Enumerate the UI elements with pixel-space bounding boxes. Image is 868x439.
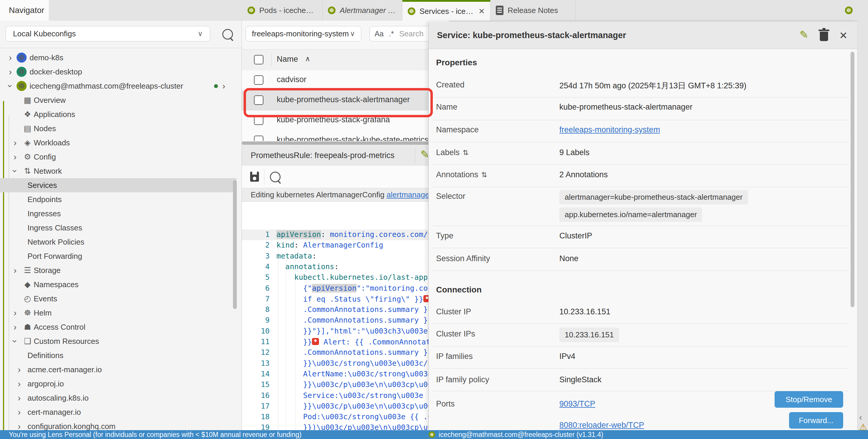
table-row-cadvisor[interactable]: cadvisor [242, 70, 449, 91]
sidebar-item-nodes[interactable]: ▤Nodes [0, 122, 237, 136]
code-line-8[interactable]: 8 .CommonAnnotations.summary }} [242, 305, 449, 315]
chevron-right-icon[interactable]: › [13, 138, 17, 147]
tab-pods-icecheng-mathma[interactable]: ☸Pods - icecheng@mathmas... [242, 0, 322, 21]
sidebar-item-network[interactable]: ›⇅Network [0, 164, 237, 178]
code-line-12[interactable]: 12 .CommonAnnotations.summary }} [242, 347, 449, 358]
edit-pencil-icon[interactable] [421, 151, 429, 160]
row-checkbox[interactable] [254, 136, 264, 141]
sidebar-item-port-forwarding[interactable]: Port Forwarding [0, 249, 237, 263]
chevron-down-icon[interactable]: › [11, 340, 20, 343]
chevron-right-icon[interactable]: › [13, 323, 17, 332]
chevron-right-icon[interactable]: › [13, 266, 17, 275]
code-line-4[interactable]: 4 annotations: [242, 262, 449, 272]
code-line-3[interactable]: 3metadata: [242, 251, 449, 262]
sort-ascending-icon[interactable]: ∧ [305, 55, 310, 63]
code-line-9[interactable]: 9 .CommonAnnotations.summary }} [242, 315, 449, 326]
yaml-editor[interactable]: 1apiVersion: monitoring.coreos.com/v12ki… [242, 202, 449, 430]
port-link[interactable]: 9093/TCP [559, 399, 595, 408]
tab-alertmanager-configs[interactable]: ☸Alertmanager Configs - icec... [322, 0, 402, 21]
editor-search-icon[interactable] [270, 172, 281, 182]
code-line-1[interactable]: 1apiVersion: monitoring.coreos.com/v1 [242, 230, 449, 240]
sidebar-item-network-policies[interactable]: Network Policies [0, 235, 237, 249]
sidebar-item-icecheng-mathmast-com-freeleaps-cluster[interactable]: ›☸icecheng@mathmast.com@freeleaps-cluste… [0, 79, 237, 93]
row-checkbox[interactable] [254, 75, 264, 85]
tab-overflow[interactable]: ☸ [840, 0, 868, 21]
port-button-stop-remove[interactable]: Stop/Remove [775, 391, 843, 408]
sort-toggle-icon[interactable]: ⇅ [463, 148, 469, 157]
code-line-13[interactable]: 13 }}\u003c/strong\u003e\u003c/h3 [242, 358, 449, 369]
table-row-kube-prometheus-stack-kube-state-metrics[interactable]: kube-prometheus-stack-kube-state-metrics [242, 131, 449, 141]
sidebar-item-cert-manager-io[interactable]: ›cert-manager.io [0, 405, 237, 419]
chevron-right-icon[interactable]: › [18, 365, 21, 374]
code-line-2[interactable]: 2kind: AlertmanagerConfig [242, 240, 449, 251]
sidebar-item-overview[interactable]: ▦Overview [0, 93, 237, 107]
code-line-14[interactable]: 14 AlertName:\u003c/strong\u003e [242, 369, 449, 380]
sidebar-item-applications[interactable]: ❖Applications [0, 107, 237, 122]
sort-toggle-icon[interactable]: ⇅ [481, 171, 487, 179]
sidebar-item-acme-cert-manager-io[interactable]: ›acme.cert-manager.io [0, 363, 237, 377]
sidebar-item-configuration-konghq-com[interactable]: ›configuration.konghq.com [0, 419, 237, 430]
chevron-right-icon[interactable]: › [18, 408, 21, 416]
port-link[interactable]: 8080:reloader-web/TCP [559, 421, 644, 430]
save-icon[interactable] [250, 172, 259, 182]
search-icon[interactable] [222, 29, 233, 40]
port-button-forward[interactable]: Forward... [789, 412, 843, 429]
chevron-right-icon[interactable]: › [18, 422, 21, 430]
alertmanagerconfig-link[interactable]: alertmanager [387, 190, 432, 199]
sidebar-item-demo-k8s[interactable]: ›☸demo-k8s [0, 50, 237, 65]
regex-icon[interactable]: .* [389, 30, 394, 38]
sidebar-item-custom-resources[interactable]: ›❑Custom Resources [0, 334, 237, 348]
sidebar-item-config[interactable]: ›⚙Config [0, 150, 237, 164]
drawer-scrollbar[interactable] [850, 52, 855, 307]
chevron-right-icon[interactable]: › [18, 394, 21, 402]
code-line-18[interactable]: 18 Pod:\u003c/strong\u003e {{ .Co [242, 412, 449, 423]
chevron-left-icon[interactable]: ‹ [859, 412, 862, 422]
match-case-icon[interactable]: Aa [375, 30, 384, 38]
code-line-11[interactable]: 11 }} Alert: {{ .CommonAnnotati [242, 337, 449, 347]
sidebar-item-storage[interactable]: ›☰Storage [0, 263, 237, 277]
sidebar-item-autoscaling-k8s-io[interactable]: ›autoscaling.k8s.io [0, 391, 237, 405]
chevron-right-icon[interactable]: › [13, 308, 17, 317]
chevron-down-icon[interactable]: › [6, 85, 15, 88]
column-header-name[interactable]: Name [277, 55, 298, 64]
chevron-down-icon[interactable]: › [11, 170, 20, 172]
code-line-19[interactable]: 19 }})\u003c/p\u003e\n\u003cp\u00 [242, 423, 449, 430]
sidebar-item-helm[interactable]: ›☸Helm [0, 306, 237, 320]
sidebar-item-workloads[interactable]: ›◈Workloads [0, 136, 237, 150]
select-all-checkbox[interactable] [254, 55, 264, 64]
code-line-17[interactable]: 17 }}\u003c/p\u003e\n\u003cp\u003 [242, 401, 449, 412]
code-line-6[interactable]: 6 {"apiVersion":"monitoring.core [242, 283, 449, 294]
code-line-7[interactable]: 7 if eq .Status \"firing\" }} [242, 294, 449, 305]
sidebar-scrollbar[interactable] [233, 180, 237, 309]
prometheusrule-dock-tab[interactable]: PrometheusRule: freepeals-prod-metrics [242, 145, 449, 166]
namespace-select[interactable]: freeleaps-monitoring-system ∨ [246, 26, 361, 41]
code-line-10[interactable]: 10 }}"}],"html":"\u003ch3\u003e\u [242, 326, 449, 337]
sidebar-item-ingress-classes[interactable]: Ingress Classes [0, 221, 237, 235]
tab-release-notes[interactable]: Release Notes [491, 0, 576, 21]
code-line-5[interactable]: 5 kubectl.kubernetes.io/last-appli [242, 272, 449, 283]
chevron-right-icon[interactable]: › [222, 81, 225, 91]
chevron-right-icon[interactable]: › [9, 67, 12, 76]
horizontal-scrollbar[interactable] [242, 141, 449, 145]
close-icon[interactable]: ✕ [839, 30, 848, 41]
sidebar-item-events[interactable]: ◴Events [0, 292, 237, 306]
sidebar-item-argoproj-io[interactable]: ›argoproj.io [0, 377, 237, 391]
chevron-right-icon[interactable]: › [13, 153, 17, 161]
sidebar-item-definitions[interactable]: Definitions [0, 348, 237, 363]
edit-service-icon[interactable] [800, 31, 809, 40]
code-line-16[interactable]: 16 Service:\u003c/strong\u003e { [242, 391, 449, 401]
code-line-15[interactable]: 15 }}\u003c/p\u003e\n\u003cp\u003 [242, 380, 449, 390]
namespace-link[interactable]: freeleaps-monitoring-system [559, 125, 660, 134]
chevron-right-icon[interactable]: › [9, 53, 12, 62]
sidebar-item-ingresses[interactable]: Ingresses [0, 206, 237, 221]
sidebar-item-namespaces[interactable]: ◆Namespaces [0, 277, 237, 292]
tab-close-icon[interactable]: ✕ [478, 7, 485, 16]
kubeconfig-source-select[interactable]: Local Kubeconfigs ∨ [6, 26, 210, 41]
sidebar-item-services[interactable]: Services [0, 178, 237, 192]
delete-service-icon[interactable] [820, 32, 828, 41]
sidebar-item-access-control[interactable]: ›☗Access Control [0, 320, 237, 334]
sidebar-item-endpoints[interactable]: Endpoints [0, 192, 237, 206]
sidebar-item-docker-desktop[interactable]: ›☸docker-desktop [0, 65, 237, 79]
chevron-right-icon[interactable]: › [18, 379, 21, 388]
tab-services-icecheng-ma[interactable]: ☸Services - icecheng@math...✕ [402, 0, 491, 21]
